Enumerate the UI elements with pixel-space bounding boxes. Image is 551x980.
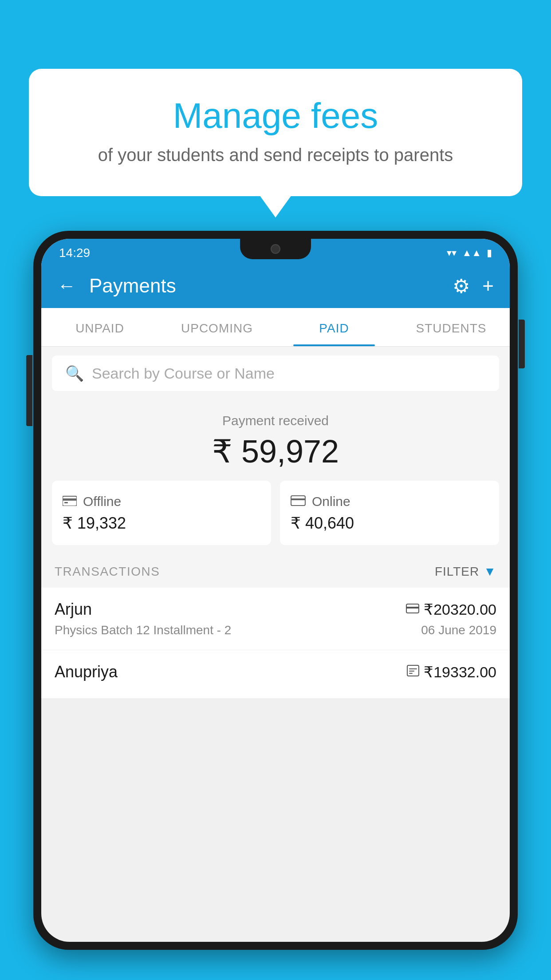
phone-body: 14:29 ▾▾ ▲▲ ▮ ← Payments ⚙ + UNPAID UP <box>33 231 518 950</box>
wifi-icon: ▾▾ <box>447 247 457 259</box>
tabs: UNPAID UPCOMING PAID STUDENTS <box>41 308 510 347</box>
filter-button[interactable]: FILTER ▼ <box>435 565 496 579</box>
transaction-amount: ₹20320.00 <box>424 601 496 618</box>
svg-rect-1 <box>63 498 77 501</box>
transaction-date: 06 June 2019 <box>421 623 496 637</box>
status-time: 14:29 <box>59 246 90 260</box>
transactions-header: TRANSACTIONS FILTER ▼ <box>41 556 510 588</box>
speech-bubble: Manage fees of your students and send re… <box>29 69 522 196</box>
transaction-type-icon <box>406 602 419 616</box>
payment-received-label: Payment received <box>52 413 499 428</box>
tab-paid[interactable]: PAID <box>276 308 393 346</box>
transaction-row[interactable]: Anupriya ₹19332.00 <box>41 650 510 699</box>
transaction-name: Anupriya <box>55 663 118 681</box>
back-button[interactable]: ← <box>57 275 76 296</box>
phone-container: 14:29 ▾▾ ▲▲ ▮ ← Payments ⚙ + UNPAID UP <box>33 231 518 980</box>
payment-cards: Offline ₹ 19,332 Online <box>52 481 499 545</box>
tab-upcoming[interactable]: UPCOMING <box>158 308 276 346</box>
online-card-top: Online <box>291 493 350 510</box>
bubble-subtitle: of your students and send receipts to pa… <box>64 145 487 165</box>
payment-total-amount: ₹ 59,972 <box>52 433 499 470</box>
add-button[interactable]: + <box>482 275 494 297</box>
offline-card-top: Offline <box>63 493 121 510</box>
header-actions: ⚙ + <box>453 275 494 297</box>
offline-label: Offline <box>83 494 121 509</box>
transaction-top: Anupriya ₹19332.00 <box>55 663 496 681</box>
transaction-amount-wrap: ₹20320.00 <box>406 601 496 618</box>
battery-icon: ▮ <box>487 247 492 259</box>
search-container: 🔍 Search by Course or Name <box>41 347 510 400</box>
search-icon: 🔍 <box>65 364 84 382</box>
transaction-top: Arjun ₹20320.00 <box>55 600 496 619</box>
app-header: ← Payments ⚙ + <box>41 264 510 308</box>
search-placeholder: Search by Course or Name <box>92 365 275 382</box>
signal-icon: ▲▲ <box>462 247 481 259</box>
search-box[interactable]: 🔍 Search by Course or Name <box>52 356 499 391</box>
camera-dot <box>271 244 280 254</box>
phone-screen: 14:29 ▾▾ ▲▲ ▮ ← Payments ⚙ + UNPAID UP <box>41 239 510 942</box>
svg-rect-2 <box>64 502 68 503</box>
svg-rect-10 <box>409 673 413 674</box>
online-card: Online ₹ 40,640 <box>280 481 499 545</box>
filter-icon: ▼ <box>484 565 496 579</box>
svg-rect-4 <box>291 498 305 500</box>
speech-bubble-container: Manage fees of your students and send re… <box>29 69 522 196</box>
status-icons: ▾▾ ▲▲ ▮ <box>447 247 492 259</box>
svg-rect-8 <box>409 668 417 669</box>
phone-notch <box>240 239 311 259</box>
online-icon <box>291 493 306 510</box>
header-title: Payments <box>89 275 439 297</box>
transaction-amount: ₹19332.00 <box>424 663 496 681</box>
svg-rect-6 <box>406 607 419 609</box>
offline-amount: ₹ 19,332 <box>63 514 126 533</box>
transactions-label: TRANSACTIONS <box>55 565 160 579</box>
tab-unpaid[interactable]: UNPAID <box>41 308 158 346</box>
online-label: Online <box>312 494 350 509</box>
offline-icon <box>63 493 77 510</box>
transaction-name: Arjun <box>55 600 92 619</box>
online-amount: ₹ 40,640 <box>291 514 354 533</box>
transaction-bottom: Physics Batch 12 Installment - 2 06 June… <box>55 623 496 637</box>
transaction-desc: Physics Batch 12 Installment - 2 <box>55 623 231 637</box>
bubble-title: Manage fees <box>64 95 487 136</box>
filter-label: FILTER <box>435 565 479 579</box>
transaction-row[interactable]: Arjun ₹20320.00 Physics Batch 12 Install… <box>41 588 510 650</box>
transaction-type-icon <box>407 665 419 680</box>
settings-button[interactable]: ⚙ <box>453 275 470 297</box>
svg-rect-3 <box>291 496 305 506</box>
payment-summary: Payment received ₹ 59,972 <box>41 400 510 556</box>
svg-rect-0 <box>63 496 77 506</box>
svg-rect-9 <box>409 671 414 672</box>
tab-students[interactable]: STUDENTS <box>393 308 510 346</box>
transaction-amount-wrap: ₹19332.00 <box>407 663 496 681</box>
offline-card: Offline ₹ 19,332 <box>52 481 271 545</box>
